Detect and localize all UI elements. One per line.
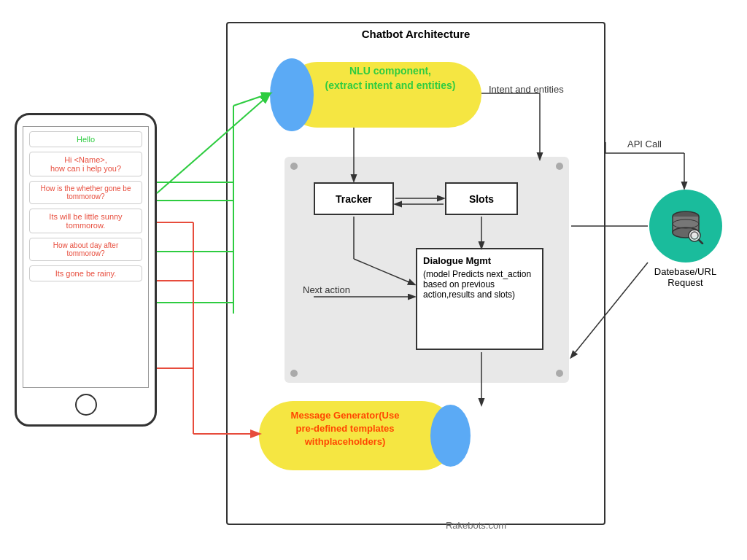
tracker-box: Tracker [314, 182, 394, 215]
dialogue-mgmt-title: Dialogue Mgmt [423, 255, 536, 266]
svg-line-7 [699, 240, 703, 244]
dialogue-mgmt-box: Dialogue Mgmt (model Predicts next_actio… [416, 248, 543, 350]
next-action-label: Next action [303, 284, 350, 295]
db-icon [667, 208, 704, 244]
slots-label: Slots [469, 193, 494, 205]
corner-dot-bl [290, 370, 298, 377]
phone-home-button [75, 394, 97, 416]
db-circle [649, 190, 722, 262]
corner-dot-tl [290, 163, 298, 170]
mobile-phone: Hello Hi <Name>,how can i help you? How … [15, 113, 157, 427]
phone-screen: Hello Hi <Name>,how can i help you? How … [23, 126, 149, 388]
tracker-label: Tracker [336, 193, 372, 205]
chat-msg-4: Its will be little sunnytommorow. [29, 209, 142, 233]
nlu-text: NLU component,(extract intent and entiti… [306, 64, 474, 93]
db-text: Datebase/URLRequest [640, 266, 731, 288]
intent-label: Intent and entities [489, 84, 564, 95]
slots-box: Slots [445, 182, 518, 215]
dialogue-mgmt-body: (model Predicts next_action based on pre… [423, 269, 536, 300]
chat-msg-1: Hello [29, 131, 142, 147]
corner-dot-br [556, 370, 563, 377]
api-label: API Call [627, 139, 662, 149]
corner-dot-tr [556, 163, 563, 170]
chat-msg-6: Its gone be rainy. [29, 265, 142, 281]
chat-msg-3: How is the whether gone betommorow? [29, 181, 142, 204]
canvas: Chatbot Architecture NLU component,(extr… [0, 0, 747, 560]
arch-title: Chatbot Architecture [226, 22, 605, 40]
msggen-text: Message Generator(Usepre-defined templat… [261, 403, 429, 455]
watermark: Rakebots.com [446, 520, 506, 531]
chat-msg-5: How about day aftertommorow? [29, 238, 142, 261]
chat-msg-2: Hi <Name>,how can i help you? [29, 152, 142, 176]
msggen-oval [430, 405, 471, 467]
